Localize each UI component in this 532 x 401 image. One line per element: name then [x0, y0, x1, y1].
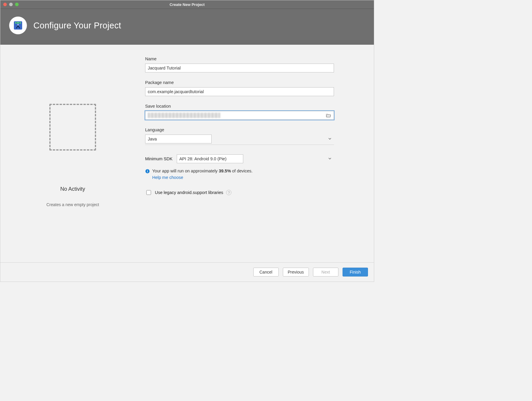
window-controls	[0, 3, 19, 6]
language-label: Language	[145, 127, 334, 132]
name-input[interactable]	[145, 64, 334, 72]
svg-point-2	[19, 22, 20, 23]
close-window-button[interactable]	[3, 3, 7, 6]
field-language: Language	[145, 127, 334, 145]
save-location-input[interactable]	[145, 111, 324, 119]
template-title: No Activity	[60, 186, 85, 192]
minimize-window-button[interactable]	[9, 3, 13, 6]
field-min-sdk: Minimum SDK	[145, 154, 334, 163]
package-input[interactable]	[145, 87, 334, 96]
min-sdk-select[interactable]	[177, 154, 243, 163]
browse-location-button[interactable]	[324, 113, 334, 117]
device-coverage-info: Your app will run on approximately 39.5%…	[145, 169, 334, 180]
help-me-choose-link[interactable]: Help me choose	[152, 175, 253, 180]
svg-point-1	[16, 22, 17, 23]
dialog-body: No Activity Creates a new empty project …	[0, 45, 374, 262]
template-preview-pane: No Activity Creates a new empty project	[0, 45, 145, 262]
dialog-header: Configure Your Project	[0, 9, 374, 45]
legacy-support-checkbox[interactable]	[146, 190, 151, 195]
save-location-input-wrap	[145, 111, 334, 120]
legacy-help-button[interactable]: ?	[226, 190, 231, 195]
coverage-suffix: of devices.	[231, 169, 252, 173]
finish-button[interactable]: Finish	[343, 268, 368, 277]
template-thumbnail	[49, 104, 96, 151]
titlebar: Create New Project	[0, 0, 374, 9]
info-icon	[145, 169, 150, 174]
svg-point-6	[147, 170, 148, 171]
create-project-dialog: Create New Project Configure Your Projec…	[0, 0, 374, 282]
chevron-down-icon	[328, 137, 332, 140]
field-save-location: Save location	[145, 104, 334, 120]
field-legacy-libs: Use legacy android.support libraries ?	[145, 189, 334, 196]
dialog-heading: Configure Your Project	[33, 21, 121, 30]
previous-button[interactable]: Previous	[283, 268, 309, 277]
android-studio-logo	[9, 17, 27, 34]
name-label: Name	[145, 56, 334, 61]
min-sdk-label: Minimum SDK	[145, 156, 173, 161]
template-subtitle: Creates a new empty project	[46, 202, 99, 207]
maximize-window-button[interactable]	[15, 3, 19, 6]
next-button: Next	[313, 268, 338, 277]
coverage-prefix: Your app will run on approximately	[152, 169, 219, 173]
svg-point-3	[17, 24, 19, 25]
folder-open-icon	[326, 113, 331, 117]
android-studio-icon	[12, 20, 24, 31]
device-coverage-text: Your app will run on approximately 39.5%…	[152, 169, 253, 180]
question-mark-icon: ?	[226, 190, 231, 195]
coverage-percent: 39.5%	[219, 169, 231, 173]
chevron-down-icon	[328, 157, 332, 160]
package-label: Package name	[145, 80, 334, 85]
svg-rect-5	[147, 171, 148, 172]
field-package: Package name	[145, 80, 334, 96]
legacy-support-label: Use legacy android.support libraries	[155, 190, 223, 195]
cancel-button[interactable]: Cancel	[253, 268, 279, 277]
field-name: Name	[145, 56, 334, 72]
language-select[interactable]	[145, 135, 212, 143]
window-title: Create New Project	[0, 2, 374, 7]
project-form: Name Package name Save location	[145, 45, 374, 262]
dialog-footer: Cancel Previous Next Finish	[0, 262, 374, 282]
save-location-label: Save location	[145, 104, 334, 109]
